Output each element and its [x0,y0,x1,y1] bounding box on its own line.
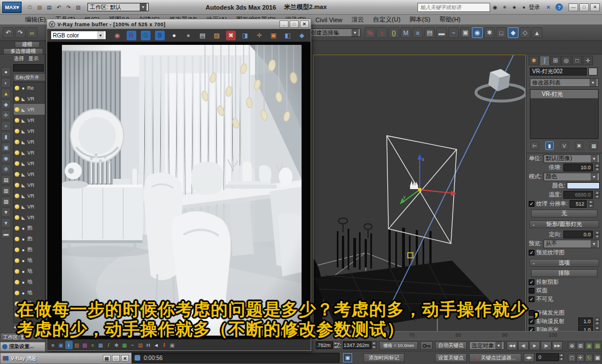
undo-icon[interactable]: ↶ [55,3,63,11]
scene-object-row[interactable]: 抱 [14,233,45,244]
undo-icon[interactable]: ↶ [3,27,14,38]
scene-search-input[interactable] [13,64,44,72]
menu-item[interactable]: Civil View [311,16,346,23]
go-to-end-button[interactable]: ▶▶ [552,341,563,350]
light-color-swatch[interactable] [567,182,600,189]
vfb-background-icon[interactable]: ▦ [97,341,104,349]
clear-image-icon[interactable]: ✖ [226,31,236,40]
monochrome-view-icon[interactable]: ● [183,31,193,40]
frame-spinner[interactable]: ▲▼ [559,353,564,361]
z-coordinate-field[interactable]: 1347.262m [343,341,371,349]
visibility-bulb-icon[interactable] [15,86,19,90]
maximize-button[interactable]: □ [290,20,299,28]
auto-key-button[interactable]: 自动关键点 [435,341,467,350]
vfb-colorspace-icon[interactable]: ▨ [81,341,89,349]
restore-button[interactable]: □ [112,355,120,362]
visibility-bulb-icon[interactable] [15,194,19,198]
search-icon[interactable]: ◉ [491,3,499,11]
hierarchy-tab-icon[interactable]: ⊞ [550,56,561,65]
menu-item[interactable]: 渲云 [347,15,369,24]
visibility-bulb-icon[interactable] [15,291,19,295]
add-time-tag-button[interactable]: 添加时间标记 [363,353,404,362]
scene-object-row[interactable]: VR [14,158,45,169]
scene-object-row[interactable]: Re [14,82,45,93]
current-frame-field[interactable]: 0 [536,353,559,361]
vfb-fit-icon[interactable]: ▣ [57,341,65,349]
rgb-view-icon[interactable]: ◉ [112,31,122,40]
zoom-icon[interactable]: ⊕ [568,342,576,350]
scene-explorer-menu-item[interactable]: 显示 [28,55,39,62]
schematic-view-icon[interactable]: ▣ [460,27,471,38]
visibility-bulb-icon[interactable] [15,280,19,284]
exclude-button[interactable]: 排除 [531,269,597,277]
zoom-extents-all-icon[interactable]: ▩ [593,342,601,350]
visibility-bulb-icon[interactable] [15,129,19,133]
vfb-preview-icon[interactable]: ▣ [169,341,176,349]
show-end-result-icon[interactable]: ▮ [545,141,554,150]
zoom-extents-icon[interactable]: ▣ [585,342,593,350]
close-button[interactable]: ✕ [590,3,600,11]
rect-light-rollout-header[interactable]: -矩形/圆形灯光 [529,220,599,228]
visibility-bulb-icon[interactable] [15,118,19,123]
option-checkbox[interactable] [529,288,534,294]
scene-object-row[interactable]: VR [14,93,45,104]
option-value-spinner[interactable]: ▲▼ [595,317,600,325]
utilities-tab-icon[interactable]: ✛ [583,56,593,65]
scene-object-row[interactable]: VR [14,201,45,212]
scene-object-row[interactable]: VR [14,125,45,136]
close-button[interactable]: ✕ [121,355,129,362]
scene-object-row[interactable]: 地 [14,266,45,277]
save-file-icon[interactable]: ▤ [45,3,53,11]
ribbon-panel-poly-modeling[interactable]: 多边形建模 [3,48,43,55]
visibility-bulb-icon[interactable] [15,172,19,177]
align-icon[interactable]: ≡ [412,27,423,38]
render-setup-window-title[interactable]: 渲染设置... [0,342,45,352]
lock-selection-key-icon[interactable] [420,341,433,350]
green-channel-button[interactable]: G [141,31,150,40]
material-editor-icon[interactable]: ◉ [472,27,483,38]
display-tab-icon[interactable]: □ [572,56,582,65]
communication-center-icon[interactable]: ✳ [500,3,509,11]
minimize-button[interactable]: ▤ [103,355,111,362]
list-view-icon[interactable]: ▤ [1,175,11,185]
scene-object-list[interactable]: Re VR VR VR VR VR [13,82,45,323]
exchange-icon[interactable]: ✕ [544,3,553,11]
y-coordinate-field[interactable]: .782m [316,341,333,349]
scene-object-row[interactable]: VR [14,169,45,179]
minimize-button[interactable]: — [568,3,578,11]
signin-user-icon[interactable]: ● [520,3,528,11]
vfb-histogram-icon[interactable]: H [145,341,152,349]
vfb-channel-dropdown[interactable]: RGB color▼ [51,31,106,40]
zoom-all-icon[interactable]: ⊞ [576,342,584,350]
visibility-bulb-icon[interactable] [15,248,19,252]
redo-icon[interactable]: ↷ [64,3,73,11]
filter-icon[interactable]: ▼ [1,207,11,217]
vray-messages-window-title[interactable]: V-Ray 消息 ▤□✕ [0,353,132,364]
favorites-star-icon[interactable]: ★ [510,3,519,11]
vfb-region-icon[interactable]: ▩ [121,341,128,349]
render-last-icon[interactable]: ◆ [297,31,307,40]
remove-modifier-icon[interactable]: ✖ [575,141,583,150]
visibility-bulb-icon[interactable] [15,150,19,155]
visibility-bulb-icon[interactable] [15,107,19,112]
ribbon-toggle-icon[interactable]: ▬ [436,27,447,38]
display-lights-icon[interactable]: ▲ [1,89,11,98]
display-containers-icon[interactable]: ▣ [1,143,11,152]
temperature-spinner[interactable]: ▲▼ [595,191,600,199]
selection-filter-dropdown[interactable]: 选定对象▼ [469,341,504,350]
direction-spinner[interactable]: ▲▼ [595,231,600,239]
redo-icon[interactable]: ↷ [15,27,26,38]
display-spacewarps-icon[interactable]: ≈ [1,121,11,131]
option-checkbox[interactable] [529,319,534,324]
percent-snap-icon[interactable]: % [365,27,375,38]
options-rollout-header[interactable]: -选项 [529,259,599,267]
menu-item[interactable]: 自定义(U) [369,15,405,24]
visibility-bulb-icon[interactable] [15,258,19,263]
vfb-info-icon[interactable]: i [65,341,73,349]
preview-dropdown[interactable]: 从不▼ [544,240,600,248]
texture-none-button[interactable]: 无 [531,210,597,217]
named-selection-edit-icon[interactable]: {} [388,27,399,38]
max-logo[interactable]: MAX▾ [2,2,22,13]
curve-editor-icon[interactable]: ~ [448,27,459,38]
maximize-viewport-toggle-icon[interactable]: ▣ [593,354,601,362]
